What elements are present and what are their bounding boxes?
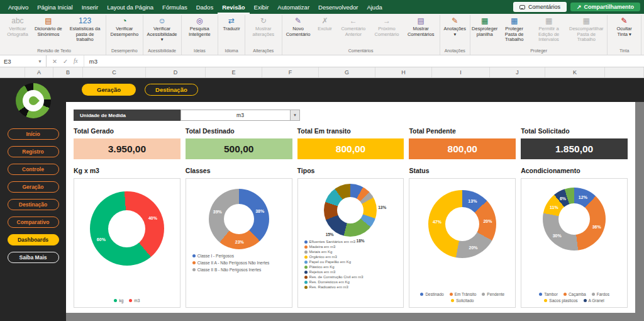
legend-dot bbox=[304, 261, 308, 264]
column-header-c[interactable]: C bbox=[83, 67, 146, 77]
app-logo bbox=[16, 83, 51, 118]
chart-acondicionamento: Acondicionamento12%36%30%11%6%TamborCaça… bbox=[521, 167, 628, 308]
ribbon-button-pesquisa-inteligente[interactable]: ◎Pesquisa Inteligente bbox=[184, 15, 216, 38]
ribbon-button-anotacoes[interactable]: ✎Anotações ▾ bbox=[442, 15, 468, 38]
menu-exibir[interactable]: Exibir bbox=[250, 0, 274, 14]
menu-dados[interactable]: Dados bbox=[192, 0, 218, 14]
column-header-i[interactable]: I bbox=[432, 67, 490, 77]
legend-item-pendente: Pendente bbox=[482, 292, 504, 296]
legend-item-classe-i-perigosos: Classe I - Perigosos bbox=[192, 254, 270, 258]
acondicionamento-chart-panel: 12%36%30%11%6%TamborCaçambaFardosSacos p… bbox=[521, 178, 628, 308]
novo-comentario-icon: ✎ bbox=[295, 16, 301, 26]
ribbon-group-name: Acessibilidade bbox=[145, 48, 179, 55]
column-header-j[interactable]: J bbox=[490, 67, 545, 77]
ribbon-button-verificar-desempenho[interactable]: ◔Verificar Desempenho bbox=[108, 15, 141, 38]
ribbon-button-verificar-acessibilidade[interactable]: ☺Verificar Acessibilidade ▾ bbox=[145, 15, 179, 44]
kg-x-m3-donut-chart: 60%40% bbox=[90, 191, 164, 266]
legend-dot bbox=[192, 261, 196, 264]
ribbon-button-dicionario-de-sinonimos[interactable]: ▤Dicionário de Sinônimos bbox=[32, 15, 65, 38]
sidebar-item-destinacao[interactable]: Destinação bbox=[8, 199, 59, 210]
menu-layout-da-pagina[interactable]: Layout da Página bbox=[103, 0, 158, 14]
mostrar-alteracoes-icon: ↻ bbox=[260, 16, 267, 26]
ribbon-button-desproteger-planilha[interactable]: ▦Desproteger planilha bbox=[472, 15, 497, 38]
insert-function-icon[interactable]: fx bbox=[74, 58, 78, 64]
ribbon-group-name: Comentários bbox=[284, 48, 438, 55]
cancel-entry-icon[interactable]: ✕ bbox=[52, 58, 57, 65]
ribbon-button-novo-comentario[interactable]: ✎Novo Comentário bbox=[284, 15, 313, 38]
menu-inserir[interactable]: Inserir bbox=[77, 0, 103, 14]
legend-dot bbox=[420, 293, 423, 296]
kpi-value-total-gerado: 3.950,00 bbox=[74, 138, 180, 159]
menu-desenvolvedor[interactable]: Desenvolvedor bbox=[314, 0, 362, 14]
comments-button[interactable]: Comentários bbox=[513, 2, 567, 12]
slice-label-solicitado: 47% bbox=[433, 220, 441, 224]
traduzir-icon: ⇄ bbox=[228, 16, 235, 26]
sidebar-item-comparativo[interactable]: Comparativo bbox=[8, 217, 59, 228]
legend-dot bbox=[304, 240, 308, 244]
sidebar-item-geracao[interactable]: Geração bbox=[8, 181, 59, 193]
kpi-value-total-em-transito: 800,00 bbox=[297, 138, 404, 159]
sidebar-item-registro[interactable]: Registro bbox=[8, 146, 59, 157]
estatisticas-da-pasta-de-trabalho-icon: 123 bbox=[79, 16, 91, 26]
menu-pagina-inicial[interactable]: Página Inicial bbox=[33, 0, 77, 14]
ribbon-button-estatisticas-da-pasta-de-trabalho[interactable]: 123Estatísticas da pasta de trabalho bbox=[66, 15, 104, 44]
menu-revisao[interactable]: Revisão bbox=[218, 0, 249, 14]
kpi-value-total-pendente: 800,00 bbox=[409, 138, 516, 159]
sidebar-item-inicio[interactable]: Início bbox=[8, 128, 59, 140]
column-header-d[interactable]: D bbox=[146, 67, 206, 77]
ribbon-button-mostrar-comentarios[interactable]: ▤Mostrar Comentários bbox=[404, 15, 438, 38]
legend-item-kg: kg bbox=[114, 298, 123, 303]
legend-label: Efluentes Sanitários em m3 bbox=[309, 240, 355, 244]
column-header-a[interactable]: A bbox=[25, 67, 53, 77]
chart-status: Status13%20%20%47%DestinadoEm TrânsitoPe… bbox=[409, 167, 516, 308]
menu-ajuda[interactable]: Ajuda bbox=[362, 0, 386, 14]
legend-dot bbox=[129, 299, 132, 302]
tab-geracao[interactable]: Geração bbox=[82, 84, 136, 96]
legend-label: Res. Radioativo em m3 bbox=[309, 285, 348, 289]
sidebar-item-saiba-mais[interactable]: Saiba Mais bbox=[8, 252, 59, 263]
column-header-h[interactable]: H bbox=[375, 67, 432, 77]
column-header-f[interactable]: F bbox=[262, 67, 319, 77]
confirm-entry-icon[interactable]: ✓ bbox=[63, 58, 68, 65]
status-donut-chart: 13%20%20%47% bbox=[428, 190, 496, 258]
ribbon-button-label: Anotações ▾ bbox=[444, 26, 466, 37]
formula-input[interactable]: m3 bbox=[84, 58, 644, 65]
sidebar-item-controle[interactable]: Controle bbox=[8, 164, 59, 175]
ribbon-button-ocultar-tinta[interactable]: ✎Ocultar Tinta ▾ bbox=[609, 15, 639, 38]
legend-dot bbox=[592, 293, 595, 296]
name-box[interactable]: E3 ▼ bbox=[0, 55, 47, 67]
share-button[interactable]: ↗ Compartilhamento bbox=[570, 3, 640, 11]
menu-formulas[interactable]: Fórmulas bbox=[158, 0, 192, 14]
legend-label: Destinado bbox=[425, 292, 443, 296]
legend-item-fardos: Fardos bbox=[592, 292, 609, 296]
ribbon: abcVerificar Ortografia▤Dicionário de Si… bbox=[0, 14, 644, 55]
donut-hole bbox=[337, 197, 364, 223]
kpi-title-total-solicitado: Total Solicitado bbox=[521, 127, 628, 135]
column-header-k[interactable]: K bbox=[545, 67, 605, 77]
menu-automatizar[interactable]: Automatizar bbox=[273, 0, 314, 14]
legend-label: Madeira em m3 bbox=[309, 245, 336, 249]
unit-dropdown[interactable]: m3 ▼ bbox=[180, 110, 300, 121]
ribbon-group-name: Tinta bbox=[609, 48, 639, 55]
ocultar-tinta-icon: ✎ bbox=[621, 16, 628, 26]
legend-label: Papel ou Papelão em Kg bbox=[309, 260, 351, 264]
unit-dropdown-value: m3 bbox=[236, 112, 244, 118]
ribbon-group-buttons: ↻Mostrar alterações bbox=[247, 15, 280, 48]
formula-bar-buttons: ✕ ✓ fx bbox=[47, 55, 84, 67]
share-icon: ↗ bbox=[577, 4, 582, 10]
ribbon-button-proteger-pasta-de-trabalho[interactable]: ▦Proteger Pasta de Trabalho bbox=[498, 15, 530, 44]
ribbon-group-name: Idioma bbox=[220, 48, 243, 55]
dashboard-tabs: GeraçãoDestinação bbox=[82, 84, 198, 96]
kpi-total-em-transito: Total Em transito800,00 bbox=[297, 127, 404, 167]
unit-dropdown-arrow[interactable]: ▼ bbox=[290, 110, 299, 120]
menu-arquivo[interactable]: Arquivo bbox=[4, 0, 33, 14]
column-header-e[interactable]: E bbox=[206, 67, 262, 77]
sidebar-item-dashboards[interactable]: Dashboards bbox=[8, 234, 59, 245]
legend-label: Em Trânsito bbox=[455, 292, 477, 296]
column-header-b[interactable]: B bbox=[53, 67, 83, 77]
ribbon-button-traduzir[interactable]: ⇄Traduzir bbox=[220, 15, 243, 33]
unit-filter-label: Unidade de Medida bbox=[74, 110, 180, 121]
tab-destinacao[interactable]: Destinação bbox=[145, 84, 198, 96]
column-header-g[interactable]: G bbox=[319, 67, 375, 77]
tipos-chart-panel: 13%18%15%Efluentes Sanitários em m3Madei… bbox=[297, 178, 404, 308]
